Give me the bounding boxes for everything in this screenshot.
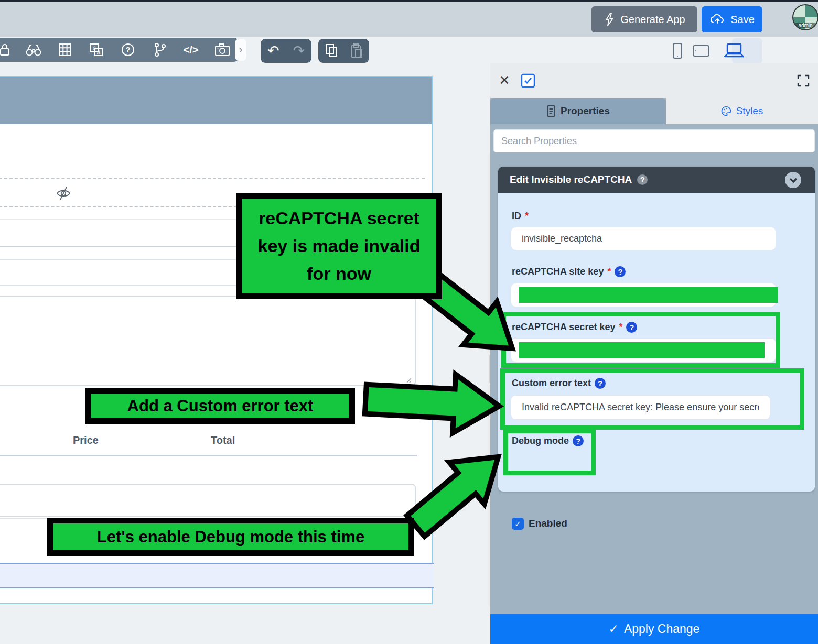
annotation-add-custom-error: Add a Custom error text [85, 388, 355, 424]
toolbar-expand-chevron[interactable]: › [235, 39, 246, 61]
copy-icon[interactable] [324, 42, 339, 59]
column-header-total: Total [211, 434, 235, 446]
svg-text:A: A [96, 50, 100, 56]
help-icon[interactable]: ? [112, 42, 144, 58]
tab-properties[interactable]: Properties [490, 98, 666, 124]
undo-icon[interactable]: ↶ [267, 44, 279, 58]
tab-styles[interactable]: Styles [666, 98, 818, 124]
column-header-price: Price [73, 434, 99, 446]
id-input[interactable] [511, 227, 776, 250]
tab-properties-label: Properties [561, 105, 610, 117]
svg-text:文: 文 [92, 46, 97, 51]
code-icon[interactable]: </> [175, 44, 207, 56]
lock-icon[interactable] [0, 42, 18, 58]
device-laptop-icon[interactable] [723, 42, 746, 59]
resize-handle-icon[interactable] [404, 376, 412, 383]
canvas-divider [0, 455, 417, 456]
tab-styles-label: Styles [736, 105, 763, 117]
section-help-icon[interactable]: ? [637, 174, 648, 185]
device-preview-toggles [672, 38, 767, 64]
translate-icon[interactable]: A文 [81, 42, 112, 58]
site-key-label: reCAPTCHA site key * ? [512, 266, 626, 277]
card-header[interactable]: Edit Invisible reCAPTCHA ? [498, 167, 815, 193]
highlight-debug-mode [503, 429, 596, 475]
debug-enabled-label: Enabled [529, 518, 567, 529]
collapse-chevron-icon[interactable] [785, 172, 801, 188]
site-key-help-icon[interactable]: ? [615, 266, 626, 277]
highlight-secret-key [501, 312, 780, 368]
card-title: Edit Invisible reCAPTCHA [510, 174, 632, 185]
screenshot-icon[interactable] [207, 42, 238, 58]
cloud-upload-icon [709, 13, 725, 26]
generate-app-label: Generate App [620, 14, 685, 26]
canvas-dashed-row-top [0, 178, 425, 179]
apply-change-label: Apply Change [624, 622, 700, 636]
annotation-enable-debug: Let's enable Debug mode this time [47, 518, 414, 556]
lightning-icon [604, 12, 615, 27]
eye-slash-icon [55, 185, 72, 202]
svg-text:?: ? [126, 46, 131, 54]
save-button[interactable]: Save [702, 6, 762, 32]
app-builder-screen: Generate App Save admin A文 ? </> [0, 0, 818, 644]
avatar[interactable]: admin [792, 4, 818, 30]
editor-toolbar: A文 ? </> [0, 38, 239, 62]
id-field-label: ID * [512, 211, 529, 222]
canvas-textarea[interactable] [0, 296, 416, 386]
paste-icon[interactable] [349, 42, 364, 59]
canvas-input-row[interactable] [0, 484, 416, 517]
undo-redo-group: ↶ ↷ [261, 39, 311, 63]
redo-icon[interactable]: ↷ [293, 44, 305, 58]
grid-icon[interactable] [49, 42, 81, 57]
search-properties-input[interactable] [493, 129, 815, 152]
annotation-secret-key-invalid: reCAPTCHA secret key is made invalid for… [236, 193, 442, 299]
clipboard-group [318, 39, 369, 63]
debug-enabled-checkbox[interactable]: ✓ [512, 518, 524, 530]
device-tablet-icon[interactable] [692, 45, 710, 57]
check-icon: ✓ [609, 622, 619, 636]
device-phone-icon[interactable] [672, 42, 683, 59]
panel-top-strip: ✕ [490, 63, 818, 98]
close-icon[interactable]: ✕ [499, 72, 510, 89]
canvas-header-band [0, 77, 432, 124]
canvas-selected-row[interactable] [0, 563, 434, 588]
generate-app-button[interactable]: Generate App [591, 6, 697, 32]
palette-icon [721, 106, 731, 116]
site-key-redaction [519, 287, 778, 303]
save-label: Save [730, 14, 755, 26]
binoculars-icon[interactable] [18, 42, 49, 58]
git-branch-icon[interactable] [144, 42, 175, 58]
component-checkbox-icon[interactable] [521, 73, 535, 88]
apply-change-button[interactable]: ✓ Apply Change [490, 614, 818, 644]
document-icon [546, 105, 556, 117]
fullscreen-icon[interactable] [797, 74, 810, 87]
highlight-custom-error [500, 368, 804, 430]
